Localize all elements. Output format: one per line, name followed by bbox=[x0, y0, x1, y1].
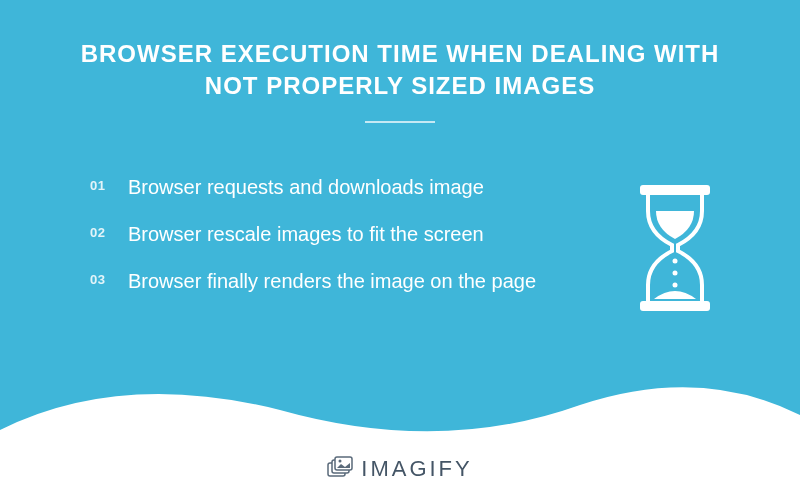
title-line-2: NOT PROPERLY SIZED IMAGES bbox=[60, 70, 740, 102]
content-area: 01 Browser requests and downloads image … bbox=[0, 123, 800, 314]
svg-point-8 bbox=[339, 460, 342, 463]
step-number: 02 bbox=[90, 220, 128, 240]
brand-name: IMAGIFY bbox=[361, 456, 472, 482]
svg-point-2 bbox=[673, 258, 678, 263]
page-title: BROWSER EXECUTION TIME WHEN DEALING WITH… bbox=[0, 0, 800, 103]
title-line-1: BROWSER EXECUTION TIME WHEN DEALING WITH bbox=[60, 38, 740, 70]
step-text: Browser rescale images to fit the screen bbox=[128, 220, 484, 249]
svg-rect-0 bbox=[640, 185, 710, 195]
step-text: Browser finally renders the image on the… bbox=[128, 267, 536, 296]
step-number: 03 bbox=[90, 267, 128, 287]
footer-brand: IMAGIFY bbox=[0, 456, 800, 482]
svg-point-3 bbox=[673, 270, 678, 275]
steps-list: 01 Browser requests and downloads image … bbox=[90, 173, 610, 314]
list-item: 02 Browser rescale images to fit the scr… bbox=[90, 220, 610, 249]
svg-rect-1 bbox=[640, 301, 710, 311]
svg-point-4 bbox=[673, 282, 678, 287]
list-item: 01 Browser requests and downloads image bbox=[90, 173, 610, 202]
hourglass-icon bbox=[610, 173, 740, 313]
title-underline bbox=[365, 121, 435, 123]
step-text: Browser requests and downloads image bbox=[128, 173, 484, 202]
images-stack-icon bbox=[327, 456, 353, 482]
step-number: 01 bbox=[90, 173, 128, 193]
list-item: 03 Browser finally renders the image on … bbox=[90, 267, 610, 296]
